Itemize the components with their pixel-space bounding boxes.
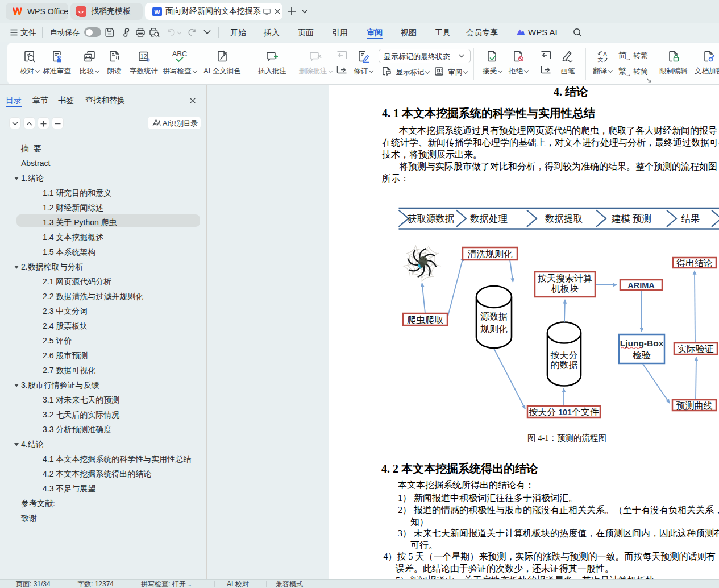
svg-text:文: 文 <box>597 56 603 63</box>
svg-text:按天分 101个文件: 按天分 101个文件 <box>529 407 599 417</box>
svg-text:建模 预测: 建模 预测 <box>611 213 651 224</box>
svg-text:预测曲线: 预测曲线 <box>676 401 713 411</box>
svg-text:ARIMA: ARIMA <box>627 281 655 290</box>
svg-text:图 4-1：预测的流程图: 图 4-1：预测的流程图 <box>527 433 606 442</box>
svg-text:数据处理: 数据处理 <box>470 213 508 224</box>
svg-text:数据提取: 数据提取 <box>545 213 583 224</box>
svg-text:结果: 结果 <box>681 213 700 224</box>
svg-text:规则化: 规则化 <box>480 324 508 334</box>
svg-text:机板块: 机板块 <box>551 284 579 293</box>
svg-text:获取源数据: 获取源数据 <box>408 213 455 224</box>
svg-text:源数据: 源数据 <box>480 312 508 321</box>
svg-text:得出结论: 得出结论 <box>676 258 713 268</box>
svg-text:的数据: 的数据 <box>551 360 578 370</box>
svg-text:ABC: ABC <box>172 50 188 58</box>
svg-text:12: 12 <box>140 53 147 60</box>
svg-text:A: A <box>603 51 607 57</box>
svg-text:按天搜索计算: 按天搜索计算 <box>538 274 592 283</box>
svg-text:W: W <box>154 8 160 15</box>
svg-text:Ljung-Box: Ljung-Box <box>620 338 664 348</box>
svg-text:清洗规则化: 清洗规则化 <box>467 249 513 259</box>
svg-text:按天分: 按天分 <box>551 350 578 360</box>
svg-text:爬虫爬取: 爬虫爬取 <box>407 315 443 325</box>
svg-text:检验: 检验 <box>632 350 651 360</box>
svg-text:实际验证: 实际验证 <box>678 344 714 354</box>
